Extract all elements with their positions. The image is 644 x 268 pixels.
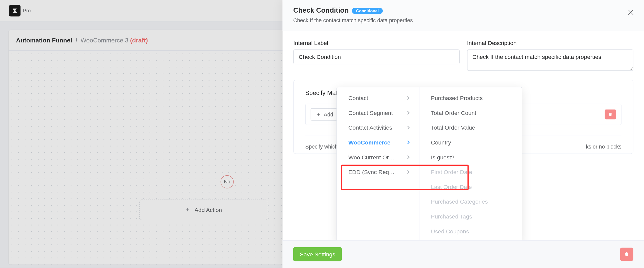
cascade-item[interactable]: Last Order Date xyxy=(419,179,522,194)
drawer-body: Internal Label Internal Description Chec… xyxy=(283,31,644,240)
cascade-item[interactable]: Purchased Tags xyxy=(419,209,522,224)
branch-no-pill: No xyxy=(221,175,234,188)
cascade-item[interactable]: Purchased Categories xyxy=(419,194,522,209)
breadcrumb-sep: / xyxy=(75,37,77,44)
drawer-subtitle: Check If the contact match specific data… xyxy=(293,17,633,23)
trash-icon xyxy=(624,251,630,257)
drawer-header: Check Condition Conditional Check If the… xyxy=(283,0,644,31)
internal-label-input[interactable] xyxy=(293,49,460,64)
cascade-item[interactable]: Country xyxy=(419,135,522,150)
cascade-item[interactable]: First Order Date xyxy=(419,164,522,179)
cascade-item-label: EDD (Sync Req… xyxy=(348,169,395,175)
cascade-item-label: Last Order Date xyxy=(431,183,472,190)
cascade-item-label: Contact Segment xyxy=(348,109,393,116)
breadcrumb-root[interactable]: Automation Funnel xyxy=(16,37,72,44)
chevron-right-icon xyxy=(406,140,411,145)
close-button[interactable] xyxy=(626,7,636,17)
cascade-item[interactable]: Woo Current Or… xyxy=(337,150,419,165)
breadcrumb-status: (draft) xyxy=(130,37,148,44)
cascade-item[interactable]: Total Order Count xyxy=(419,105,522,120)
cascade-item[interactable]: Total Order Value xyxy=(419,120,522,135)
cascade-item-label: Purchased Tags xyxy=(431,213,472,220)
chevron-right-icon xyxy=(406,95,411,101)
add-action-label: Add Action xyxy=(194,207,222,213)
cascade-item-label: WooCommerce xyxy=(348,139,390,146)
internal-description-input[interactable]: Check If the contact match specific data… xyxy=(467,49,633,71)
cascade-item[interactable]: Purchased Products xyxy=(419,90,522,105)
drawer-footer: Save Settings xyxy=(283,240,644,268)
save-settings-button[interactable]: Save Settings xyxy=(293,247,342,261)
cascade-item-label: Country xyxy=(431,139,451,146)
cascade-item-label: Is guest? xyxy=(431,154,454,160)
cascade-item-label: Total Order Count xyxy=(431,109,476,116)
cascade-item-label: Purchased Products xyxy=(431,95,483,101)
plus-icon: ＋ xyxy=(316,111,321,118)
pro-label: Pro xyxy=(23,8,31,13)
app-logo-icon xyxy=(9,5,21,16)
condition-drawer: Check Condition Conditional Check If the… xyxy=(283,0,644,268)
chevron-right-icon xyxy=(406,125,411,130)
cascade-item[interactable]: Used Coupons xyxy=(419,224,522,239)
cascade-item[interactable]: EDD (Sync Req… xyxy=(337,164,419,179)
cascade-item-label: First Order Date xyxy=(431,169,472,175)
breadcrumb-funnel: WooCommerce 3 xyxy=(81,37,129,44)
cascade-item-label: Used Coupons xyxy=(431,228,469,234)
cascade-column-2: Purchased ProductsTotal Order CountTotal… xyxy=(419,87,521,240)
internal-label-label: Internal Label xyxy=(293,39,460,46)
cascade-item[interactable]: Contact Segment xyxy=(337,105,419,120)
internal-description-label: Internal Description xyxy=(467,39,633,46)
cascade-column-1: ContactContact SegmentContact Activities… xyxy=(337,87,419,240)
cascade-item-label: Woo Current Or… xyxy=(348,154,394,160)
cascade-item[interactable]: Is guest? xyxy=(419,150,522,165)
cascade-item-label: Total Order Value xyxy=(431,124,475,131)
chevron-right-icon xyxy=(406,110,411,115)
cascade-item[interactable]: Contact xyxy=(337,90,419,105)
chevron-right-icon xyxy=(406,169,411,175)
plus-icon: ＋ xyxy=(185,206,190,213)
cascade-item-label: Contact Activities xyxy=(348,124,392,131)
add-action-button[interactable]: ＋ Add Action xyxy=(139,200,267,220)
cascade-item[interactable]: Contact Activities xyxy=(337,120,419,135)
delete-condition-button[interactable] xyxy=(620,248,633,261)
add-condition-button[interactable]: ＋ Add xyxy=(310,108,338,120)
cascade-item[interactable]: WooCommerce xyxy=(337,135,419,150)
cascade-item-label: Contact xyxy=(348,95,368,101)
chevron-right-icon xyxy=(406,155,411,160)
condition-type-cascade: ContactContact SegmentContact Activities… xyxy=(336,87,522,240)
delete-group-button[interactable] xyxy=(604,109,616,119)
cascade-item-label: Purchased Categories xyxy=(431,198,488,205)
trash-icon xyxy=(608,112,613,117)
drawer-title: Check Condition xyxy=(293,7,349,15)
close-icon xyxy=(627,9,634,16)
conditional-badge: Conditional xyxy=(352,8,383,14)
